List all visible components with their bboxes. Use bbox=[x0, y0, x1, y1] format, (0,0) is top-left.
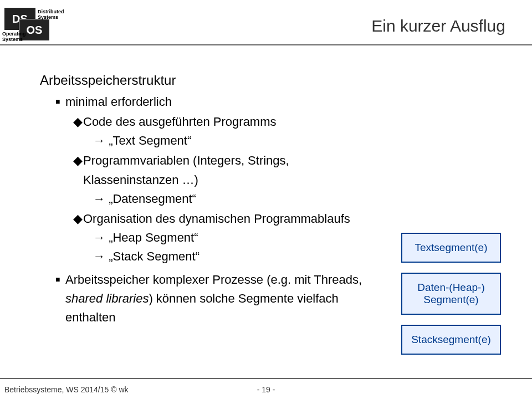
bullet-text: Programmvariablen (Integers, Strings, Kl… bbox=[83, 151, 383, 189]
bullet-text: Code des ausgeführten Programms bbox=[83, 112, 277, 131]
content-body: Arbeitsspeicherstruktur ■ minimal erford… bbox=[40, 66, 383, 327]
diamond-bullet-icon: ◆ bbox=[73, 209, 83, 228]
diamond-bullet-icon: ◆ bbox=[73, 151, 83, 170]
bullet-level3: „Datensegment“ bbox=[93, 190, 383, 208]
logo-label-line: Systems bbox=[2, 37, 23, 42]
square-bullet-icon: ■ bbox=[55, 96, 65, 108]
segment-box-data-heap: Daten-(Heap-) Segment(e) bbox=[401, 273, 501, 315]
text-italic: shared libraries bbox=[65, 291, 149, 305]
bullet-level3: „Heap Segment“ bbox=[93, 228, 383, 247]
logo-label-line: Systems bbox=[38, 14, 58, 20]
footer: Betriebssysteme, WS 2014/15 © wk - 19 - bbox=[0, 380, 532, 399]
bullet-level2: ◆ Organisation des dynamischen Programma… bbox=[73, 209, 383, 228]
logo-block-os: OS bbox=[19, 19, 50, 41]
logo-label-line: Distributed bbox=[38, 9, 64, 14]
bullet-level1: ■ minimal erforderlich bbox=[55, 93, 383, 111]
segment-diagram: Textsegment(e) Daten-(Heap-) Segment(e) … bbox=[401, 233, 501, 355]
section-heading: Arbeitsspeicherstruktur bbox=[40, 70, 383, 90]
segment-box-text: Textsegment(e) bbox=[401, 233, 501, 263]
bullet-text: Arbeitsspeicher komplexer Prozesse (e.g.… bbox=[65, 270, 383, 327]
segment-box-line: Daten-(Heap-) bbox=[417, 282, 484, 293]
text-run: Arbeitsspeicher komplexer Prozesse (e.g.… bbox=[65, 273, 362, 287]
footer-left: Betriebssysteme, WS 2014/15 © wk bbox=[4, 385, 129, 394]
logo-label-line: Operating bbox=[2, 31, 26, 37]
bullet-level2: ◆ Code des ausgeführten Programms bbox=[73, 112, 383, 131]
header-divider bbox=[0, 44, 532, 45]
slide-title: Ein kurzer Ausflug bbox=[371, 17, 505, 35]
diamond-bullet-icon: ◆ bbox=[73, 112, 83, 131]
bullet-text: minimal erforderlich bbox=[65, 93, 172, 111]
bullet-level3: „Text Segment“ bbox=[93, 131, 383, 150]
logo: DS OS Distributed Systems Operating Syst… bbox=[4, 4, 82, 43]
segment-box-line: Segment(e) bbox=[423, 294, 478, 305]
bullet-level1: ■ Arbeitsspeicher komplexer Prozesse (e.… bbox=[55, 270, 383, 327]
logo-label-distributed: Distributed Systems bbox=[38, 9, 64, 20]
slide: DS OS Distributed Systems Operating Syst… bbox=[0, 0, 532, 399]
footer-divider bbox=[0, 378, 532, 379]
square-bullet-icon: ■ bbox=[55, 274, 65, 286]
bullet-text: Organisation des dynamischen Programmabl… bbox=[83, 209, 350, 228]
bullet-level3: „Stack Segment“ bbox=[93, 247, 383, 266]
bullet-level2: ◆ Programmvariablen (Integers, Strings, … bbox=[73, 151, 383, 189]
logo-label-operating: Operating Systems bbox=[2, 31, 19, 42]
segment-box-stack: Stacksegment(e) bbox=[401, 325, 501, 355]
